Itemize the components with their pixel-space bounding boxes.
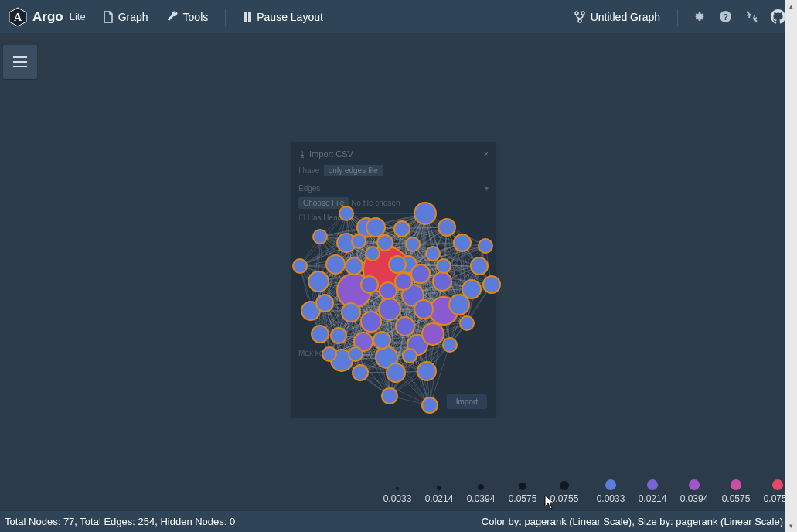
status-mapping: Color by: pagerank (Linear Scale), Size … [482,516,783,527]
dialog-title: Import CSV [309,149,353,159]
status-nodes: 77 [63,516,74,527]
status-hidden-label: , Hidden Nodes: [155,516,230,527]
color-legend-step: 0.0214 [638,479,667,504]
collapse-button[interactable] [740,5,763,29]
legend-color-label: 0.0575 [722,493,751,504]
pause-icon [243,12,252,22]
legend-size-label: 0.0394 [467,493,496,504]
graph-canvas[interactable]: ⭳ Import CSV × I have only edges file Ed… [0,34,797,510]
legend-size-label: 0.0755 [550,493,579,504]
legend-size-dot [478,484,484,490]
legend-size-dot [519,483,526,490]
legend-size-label: 0.0033 [383,493,412,504]
color-legend-step: 0.0033 [596,479,625,504]
menu-divider [225,9,226,26]
graph-title[interactable]: Untitled Graph [566,6,668,28]
legend-color-label: 0.0033 [597,493,625,504]
menu-pause-layout[interactable]: Pause Layout [235,6,331,28]
menu-graph[interactable]: Graph [95,6,156,28]
help-button[interactable]: ? [714,5,737,29]
header-right: Untitled Graph ? [566,5,789,29]
color-legend-step: 0.0394 [679,479,709,504]
svg-rect-2 [244,12,247,22]
legend-color-dot [689,479,700,490]
menu-tools-label: Tools [183,11,209,23]
dialog-section: Edges [298,184,320,193]
svg-point-5 [581,12,584,15]
status-edges: 254 [138,516,155,527]
dialog-import-button[interactable]: Import [447,394,487,409]
svg-point-4 [575,12,578,15]
wrench-icon [167,11,179,22]
legend-color-dot [731,479,741,490]
svg-point-6 [578,19,581,22]
gear-icon [693,10,706,23]
dialog-choose-file[interactable]: Choose File [298,197,349,209]
color-legend-step: 0.0575 [721,479,751,504]
menu-tools[interactable]: Tools [159,6,216,28]
legend-color-dot [647,479,658,490]
app-logo-icon: A [8,7,28,27]
legend-color-label: 0.0394 [680,493,709,504]
legend-size-dot [560,481,569,490]
legend-size-dot [396,487,399,490]
branch-icon [574,11,586,23]
status-hidden: 0 [230,516,235,527]
app-name: Argo [32,9,63,25]
status-left: Total Nodes: 77, Total Edges: 254, Hidde… [5,516,235,527]
size-legend-step: 0.0394 [466,484,496,504]
scroll-down-icon[interactable]: ▾ [785,520,797,532]
svg-text:?: ? [723,12,728,22]
dialog-has-headers[interactable]: Has Headers [308,213,353,222]
status-nodes-label: Total Nodes: [5,516,63,527]
size-legend: 0.00330.02140.03940.05750.0755 [383,481,579,504]
header-divider [677,9,678,26]
collapse-icon [746,11,758,22]
legend-color-label: 0.0214 [639,493,667,504]
legend-color-dot [772,479,783,490]
status-bar: Total Nodes: 77, Total Edges: 254, Hidde… [0,510,797,532]
dialog-ihave-label: I have [298,166,319,175]
size-legend-step: 0.0575 [508,483,537,504]
app-logo[interactable]: A Argo Lite [8,7,92,27]
help-icon: ? [719,10,732,23]
dialog-ihave-value[interactable]: only edges file [324,165,383,176]
header: A Argo Lite Graph Tools Pause Layout Unt… [0,0,797,34]
window-scrollbar[interactable]: ▴ ▾ [785,0,797,532]
settings-button[interactable] [687,5,710,29]
size-legend-step: 0.0033 [383,487,412,504]
legend-size-label: 0.0214 [425,493,454,504]
color-legend: 0.00330.02140.03940.05750.0755 [596,479,792,504]
svg-rect-3 [248,12,251,22]
legend-size-label: 0.0575 [509,493,537,504]
status-edges-label: , Total Edges: [74,516,138,527]
menu-pause-label: Pause Layout [257,11,323,23]
svg-text:A: A [14,12,22,23]
status-right[interactable]: Color by: pagerank (Linear Scale), Size … [482,516,794,527]
dialog-max-value[interactable]: All Nodes [376,347,419,359]
menu-graph-label: Graph [118,11,148,23]
size-legend-step: 0.0214 [424,486,454,504]
size-legend-step: 0.0755 [550,481,579,504]
dialog-no-file: No file chosen [351,199,400,207]
legend-size-dot [437,486,441,490]
app-suffix: Lite [70,11,86,22]
graph-title-label: Untitled Graph [591,11,660,23]
file-icon [103,11,114,23]
scroll-up-icon[interactable]: ▴ [785,0,797,12]
import-csv-dialog: ⭳ Import CSV × I have only edges file Ed… [290,141,497,419]
legend-color-dot [605,479,616,490]
github-icon [771,9,785,24]
close-icon[interactable]: × [484,149,489,159]
dialog-max-label: Max keywords shown [298,349,373,357]
